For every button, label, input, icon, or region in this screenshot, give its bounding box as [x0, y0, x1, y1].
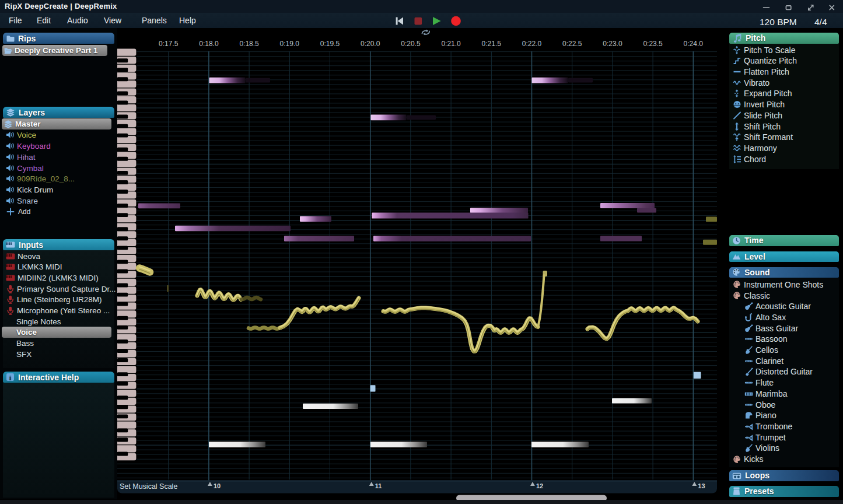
svg-text:0:22.5: 0:22.5 [562, 40, 582, 48]
svg-text:0:23.0: 0:23.0 [603, 40, 622, 48]
svg-text:0:23.5: 0:23.5 [643, 40, 663, 48]
svg-text:13: 13 [698, 482, 705, 489]
svg-text:0:24.0: 0:24.0 [684, 40, 704, 48]
svg-text:0:20.0: 0:20.0 [361, 40, 380, 48]
svg-text:0:20.5: 0:20.5 [401, 40, 421, 48]
svg-text:0:19.0: 0:19.0 [280, 40, 300, 48]
svg-text:i: i [9, 374, 11, 381]
svg-text:12: 12 [536, 482, 543, 489]
svg-text:0:21.5: 0:21.5 [482, 40, 502, 48]
svg-text:0:19.5: 0:19.5 [320, 40, 340, 48]
svg-text:0:18.5: 0:18.5 [239, 40, 259, 48]
svg-text:0:21.0: 0:21.0 [441, 40, 461, 48]
svg-text:0:22.0: 0:22.0 [522, 40, 542, 48]
svg-text:0:18.0: 0:18.0 [199, 40, 219, 48]
svg-text:Set Musical Scale: Set Musical Scale [120, 482, 177, 491]
svg-text:10: 10 [214, 482, 221, 489]
svg-text:0:17.5: 0:17.5 [159, 40, 179, 48]
svg-text:11: 11 [375, 482, 382, 489]
